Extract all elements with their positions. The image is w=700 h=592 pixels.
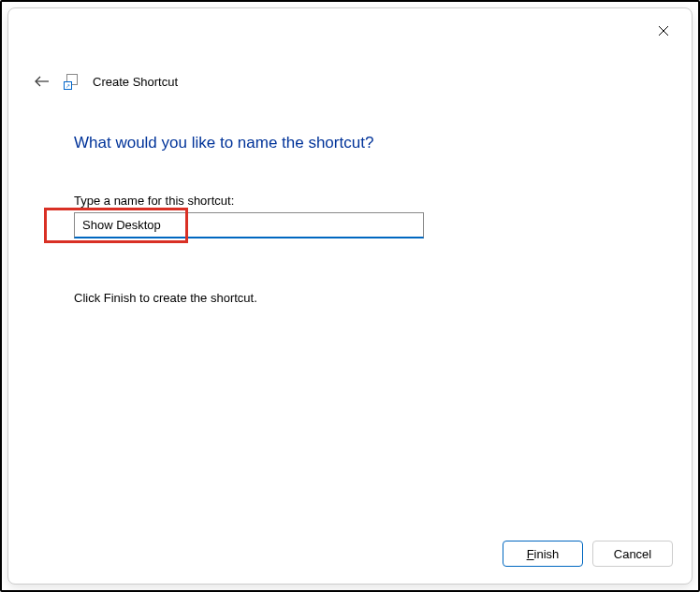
close-icon	[658, 25, 669, 36]
dialog-title: Create Shortcut	[93, 75, 178, 89]
cancel-button[interactable]: Cancel	[592, 541, 673, 567]
finish-button[interactable]: Finish	[503, 541, 583, 567]
back-button[interactable]	[33, 72, 51, 91]
back-arrow-icon	[34, 73, 51, 90]
instruction-text: Click Finish to create the shortcut.	[74, 291, 257, 305]
shortcut-name-input[interactable]	[74, 212, 424, 238]
input-label: Type a name for this shortcut:	[74, 194, 234, 208]
close-button[interactable]	[654, 22, 673, 40]
shortcut-icon: ↗	[65, 74, 80, 89]
dialog-window: ↗ Create Shortcut What would you like to…	[7, 7, 693, 585]
header-row: ↗ Create Shortcut	[33, 72, 178, 91]
main-heading: What would you like to name the shortcut…	[74, 134, 373, 152]
input-wrapper	[74, 212, 424, 238]
button-bar: Finish Cancel	[503, 541, 673, 567]
